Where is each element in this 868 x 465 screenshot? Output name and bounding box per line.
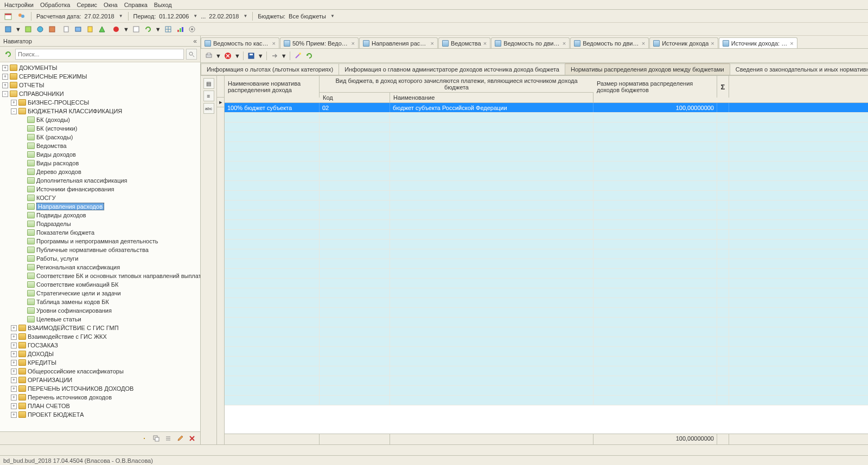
expand-icon[interactable]: + xyxy=(11,100,17,106)
table-row-empty[interactable] xyxy=(225,210,868,220)
table-row-empty[interactable] xyxy=(225,240,868,249)
budget-dropdown-icon[interactable]: ▼ xyxy=(330,14,335,18)
tree-item[interactable]: Стратегические цели и задачи xyxy=(0,289,200,298)
tree-item[interactable]: Виды доходов xyxy=(0,150,200,159)
sidebar-collapse-icon[interactable]: « xyxy=(193,37,197,45)
expand-icon[interactable]: + xyxy=(11,395,17,401)
footer-delete-icon[interactable] xyxy=(187,434,197,443)
table-row-empty[interactable] xyxy=(225,308,868,318)
tab-close-icon[interactable]: × xyxy=(431,40,434,47)
col-header-budget-name[interactable]: Наименование xyxy=(390,93,593,102)
search-refresh-icon[interactable] xyxy=(3,49,13,59)
grid-body[interactable]: 100% бюджет субъекта02бюджет субъекта Ро… xyxy=(225,103,868,434)
refresh-icon[interactable] xyxy=(143,24,153,34)
document-tab[interactable]: Направления расхо...× xyxy=(359,37,438,48)
table-row-empty[interactable] xyxy=(225,122,868,132)
tree-item[interactable]: +ДОХОДЫ xyxy=(0,350,200,358)
tree-item[interactable]: Ведомства xyxy=(0,141,200,150)
tab-close-icon[interactable]: × xyxy=(563,40,566,47)
table-row-empty[interactable] xyxy=(225,337,868,347)
tree-item[interactable]: +СЕРВИСНЫЕ РЕЖИМЫ xyxy=(0,72,200,81)
table-row-empty[interactable] xyxy=(225,113,868,122)
table-row-empty[interactable] xyxy=(225,357,868,366)
tree-item[interactable]: +ОТЧЕТЫ xyxy=(0,81,200,89)
table-row-empty[interactable] xyxy=(225,288,868,298)
collapse-icon[interactable]: - xyxy=(2,91,8,97)
doc-close-icon[interactable] xyxy=(223,51,233,61)
table-row-empty[interactable] xyxy=(225,366,868,376)
table-row-empty[interactable] xyxy=(225,327,868,337)
expand-icon[interactable]: + xyxy=(11,412,17,418)
settings-icon[interactable] xyxy=(187,24,197,34)
tree-item[interactable]: +ПРОЕКТ БЮДЖЕТА xyxy=(0,410,200,419)
expand-icon[interactable]: + xyxy=(2,65,8,71)
document-tab[interactable]: Ведомость по кассо...× xyxy=(201,37,279,48)
tool-icon-2[interactable] xyxy=(23,24,33,34)
doc-wand-icon[interactable] xyxy=(293,51,303,61)
document-tab[interactable]: Источник дохода× xyxy=(649,37,718,48)
table-row-empty[interactable] xyxy=(225,279,868,288)
table-row-empty[interactable] xyxy=(225,132,868,142)
expand-icon[interactable]: + xyxy=(11,403,17,409)
tool-icon-7[interactable] xyxy=(85,24,95,34)
menu-exit[interactable]: Выход xyxy=(154,2,172,8)
expand-icon[interactable]: + xyxy=(11,325,17,331)
tree-item[interactable]: +ДОКУМЕНТЫ xyxy=(0,63,200,72)
search-button[interactable] xyxy=(186,49,197,60)
tree-item[interactable]: Публичные нормативные обязательства xyxy=(0,246,200,254)
period-to-dropdown-icon[interactable]: ▼ xyxy=(243,14,247,18)
refresh-dropdown[interactable]: ▼ xyxy=(155,26,161,33)
document-tab[interactable]: 50% Прием: Ведомос...× xyxy=(280,37,359,48)
table-row-empty[interactable] xyxy=(225,142,868,152)
tree-item[interactable]: Виды расходов xyxy=(0,159,200,167)
tree-item[interactable]: Программы и непрограммная деятельность xyxy=(0,237,200,246)
tree-item[interactable]: -БЮДЖЕТНАЯ КЛАССИФИКАЦИЯ xyxy=(0,107,200,115)
tree-item[interactable]: +ОРГАНИЗАЦИИ xyxy=(0,376,200,384)
col-header-code[interactable]: Код xyxy=(320,93,390,102)
tree-item[interactable]: +КРЕДИТЫ xyxy=(0,358,200,367)
footer-edit-icon[interactable] xyxy=(175,434,185,443)
tool-icon-6[interactable] xyxy=(73,24,83,34)
tree-item[interactable]: БК (источники) xyxy=(0,124,200,133)
grid-icon[interactable] xyxy=(163,24,173,34)
table-row-empty[interactable] xyxy=(225,152,868,162)
tree-item[interactable]: +ПЕРЕЧЕНЬ ИСТОЧНИКОВ ДОХОДОВ xyxy=(0,384,200,393)
document-tab[interactable]: Ведомость по движе...× xyxy=(570,37,649,48)
tree-item[interactable]: Направления расходов xyxy=(0,202,200,211)
table-row-empty[interactable] xyxy=(225,191,868,201)
tab-close-icon[interactable]: × xyxy=(483,40,487,47)
tree-item[interactable]: Таблица замены кодов БК xyxy=(0,298,200,306)
doc-export-icon[interactable] xyxy=(270,51,279,61)
table-row-empty[interactable] xyxy=(225,347,868,357)
print-dropdown[interactable]: ▼ xyxy=(215,53,221,59)
expand-icon[interactable]: + xyxy=(2,74,8,80)
tool-icon-4[interactable] xyxy=(47,24,57,34)
table-row-empty[interactable] xyxy=(225,376,868,386)
table-row-empty[interactable] xyxy=(225,162,868,171)
menu-service[interactable]: Сервис xyxy=(76,2,97,8)
expand-icon[interactable]: + xyxy=(11,351,17,357)
menu-processing[interactable]: Обработка xyxy=(40,2,70,8)
tree-item[interactable]: Подвиды доходов xyxy=(0,211,200,219)
expand-icon[interactable]: + xyxy=(11,386,17,392)
table-row-empty[interactable] xyxy=(225,181,868,191)
col-header-name[interactable]: Наименование норматива распределения дох… xyxy=(225,76,320,98)
table-row-empty[interactable] xyxy=(225,386,868,396)
tool-icon-3[interactable] xyxy=(35,24,45,34)
grid-tool-1[interactable]: ▤ xyxy=(203,78,214,89)
table-row-empty[interactable] xyxy=(225,396,868,405)
collapse-icon[interactable]: - xyxy=(11,108,17,114)
footer-list-icon[interactable] xyxy=(163,434,173,443)
record-icon[interactable] xyxy=(111,24,121,34)
expand-icon[interactable]: + xyxy=(11,377,17,383)
close-dropdown[interactable]: ▼ xyxy=(234,53,240,59)
save-dropdown[interactable]: ▼ xyxy=(258,53,264,59)
tree-item[interactable]: Дерево доходов xyxy=(0,167,200,176)
document-tab[interactable]: Ведомства× xyxy=(438,37,490,48)
menu-help[interactable]: Справка xyxy=(124,2,148,8)
tree-item[interactable]: Региональная классификация xyxy=(0,263,200,272)
tree-item[interactable]: КОСГУ xyxy=(0,193,200,202)
table-row[interactable]: 100% бюджет субъекта02бюджет субъекта Ро… xyxy=(225,103,868,113)
tree-item[interactable]: БК (расходы) xyxy=(0,133,200,141)
table-row-empty[interactable] xyxy=(225,230,868,240)
